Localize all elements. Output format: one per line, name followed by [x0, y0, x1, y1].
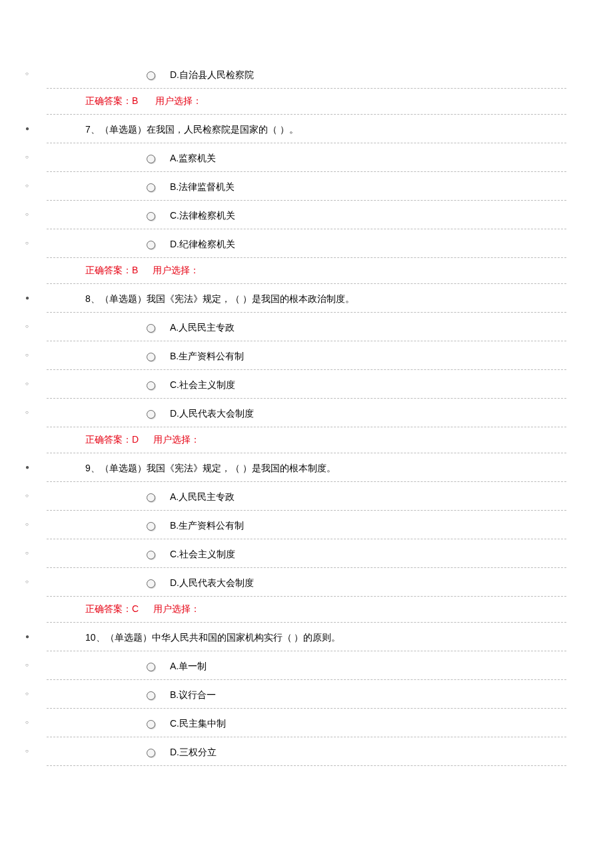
option-text: B.议行合一: [170, 689, 216, 701]
list-bullet-hollow: ○: [25, 663, 29, 668]
list-bullet-hollow: ○: [25, 749, 29, 754]
radio-button[interactable]: [147, 324, 155, 333]
option-text: C.社会主义制度: [170, 549, 235, 561]
option-row: ○C.法律检察机关: [47, 201, 566, 229]
option-row: ○ D.自治县人民检察院: [47, 60, 566, 89]
list-bullet-hollow: ○: [25, 493, 29, 499]
option-text: C.法律检察机关: [170, 210, 235, 222]
question-number: 8、: [85, 293, 100, 304]
list-bullet-hollow: ○: [25, 522, 29, 527]
correct-answer-label: 正确答案：B: [85, 265, 138, 275]
user-choice-label: 用户选择：: [153, 434, 200, 445]
answer-feedback: 正确答案：B用户选择：: [47, 258, 566, 284]
radio-button[interactable]: [147, 522, 155, 531]
option-row: ○B.议行合一: [47, 680, 566, 709]
question-number: 7、: [85, 124, 100, 135]
option-row: ○A.人民民主专政: [47, 313, 566, 341]
radio-button[interactable]: [147, 71, 155, 80]
radio-button[interactable]: [147, 551, 155, 559]
option-row: ○C.社会主义制度: [47, 370, 566, 399]
list-bullet-solid: ●: [25, 125, 29, 132]
option-text: D.纪律检察机关: [170, 239, 235, 251]
correct-answer-label: 正确答案：C: [85, 603, 139, 614]
option-row: ○C.民主集中制: [47, 709, 566, 737]
list-bullet-solid: ●: [25, 633, 29, 640]
question-row: ●10、（单选题）中华人民共和国的国家机构实行（ ）的原则。: [47, 623, 566, 651]
radio-button[interactable]: [147, 381, 155, 390]
option-text: A.人民民主专政: [170, 322, 235, 334]
correct-answer-label: 正确答案：D: [85, 434, 139, 445]
user-choice-label: 用户选择：: [153, 603, 200, 614]
radio-button[interactable]: [147, 353, 155, 361]
correct-answer-label: 正确答案：B: [85, 95, 141, 106]
option-row: ○C.社会主义制度: [47, 539, 566, 568]
list-bullet-solid: ●: [25, 464, 29, 471]
option-row: ○A.监察机关: [47, 143, 566, 172]
answer-feedback: 正确答案：B 用户选择：: [47, 89, 566, 115]
option-text: D.三权分立: [170, 747, 217, 759]
questions-list: ●7、（单选题）在我国，人民检察院是国家的（ ）。○A.监察机关○B.法律监督机…: [47, 115, 566, 766]
list-bullet-hollow: ○: [25, 241, 29, 246]
option-row: ○D.人民代表大会制度: [47, 568, 566, 597]
list-bullet-hollow: ○: [25, 155, 29, 160]
option-row: ○B.生产资料公有制: [47, 341, 566, 370]
question-number: 10、: [85, 632, 105, 643]
question-row: ●7、（单选题）在我国，人民检察院是国家的（ ）。: [47, 115, 566, 143]
radio-button[interactable]: [147, 579, 155, 588]
list-bullet-hollow: ○: [25, 579, 29, 585]
answer-feedback: 正确答案：D用户选择：: [47, 427, 566, 453]
option-row: ○D.人民代表大会制度: [47, 399, 566, 427]
radio-button[interactable]: [147, 155, 155, 163]
radio-button[interactable]: [147, 183, 155, 192]
radio-button[interactable]: [147, 493, 155, 502]
list-bullet-hollow: ○: [25, 324, 29, 329]
radio-button[interactable]: [147, 410, 155, 419]
question-text: （单选题）我国《宪法》规定，（ ）是我国的根本政治制度。: [100, 293, 354, 304]
user-choice-label: 用户选择：: [155, 95, 202, 106]
radio-button[interactable]: [147, 212, 155, 221]
radio-button[interactable]: [147, 691, 155, 700]
list-bullet-hollow: ○: [25, 720, 29, 725]
radio-button[interactable]: [147, 720, 155, 729]
question-text: （单选题）中华人民共和国的国家机构实行（ ）的原则。: [105, 632, 341, 643]
option-row: ○D.纪律检察机关: [47, 229, 566, 258]
option-row: ○A.人民民主专政: [47, 482, 566, 511]
list-bullet-hollow: ○: [25, 691, 29, 697]
option-text: A.监察机关: [170, 153, 216, 165]
list-bullet-hollow: ○: [25, 410, 29, 415]
radio-button[interactable]: [147, 663, 155, 671]
list-bullet-hollow: ○: [25, 212, 29, 217]
option-row: ○A.单一制: [47, 651, 566, 680]
answer-feedback: 正确答案：C用户选择：: [47, 597, 566, 623]
option-text: D.人民代表大会制度: [170, 408, 254, 420]
option-row: ○B.法律监督机关: [47, 172, 566, 201]
question-number: 9、: [85, 463, 100, 473]
option-text: D.自治县人民检察院: [170, 69, 254, 81]
user-choice-label: 用户选择：: [153, 265, 199, 275]
option-text: C.社会主义制度: [170, 379, 235, 391]
option-text: A.单一制: [170, 661, 207, 673]
option-text: A.人民民主专政: [170, 491, 235, 503]
list-bullet-solid: ●: [25, 295, 29, 301]
question-row: ●9、（单选题）我国《宪法》规定，（ ）是我国的根本制度。: [47, 453, 566, 482]
question-row: ●8、（单选题）我国《宪法》规定，（ ）是我国的根本政治制度。: [47, 284, 566, 313]
list-bullet-hollow: ○: [25, 551, 29, 556]
option-text: D.人民代表大会制度: [170, 577, 254, 589]
option-text: B.生产资料公有制: [170, 351, 244, 363]
option-text: C.民主集中制: [170, 718, 226, 730]
list-bullet-hollow: ○: [25, 183, 29, 189]
radio-button[interactable]: [147, 749, 155, 757]
question-text: （单选题）在我国，人民检察院是国家的（ ）。: [100, 124, 299, 135]
radio-button[interactable]: [147, 241, 155, 249]
list-bullet-hollow: ○: [25, 71, 29, 77]
option-text: B.法律监督机关: [170, 181, 235, 193]
list-bullet-hollow: ○: [25, 381, 29, 387]
option-text: B.生产资料公有制: [170, 520, 244, 532]
option-row: ○D.三权分立: [47, 737, 566, 766]
option-row: ○B.生产资料公有制: [47, 511, 566, 539]
list-bullet-hollow: ○: [25, 353, 29, 358]
question-text: （单选题）我国《宪法》规定，（ ）是我国的根本制度。: [100, 463, 336, 473]
